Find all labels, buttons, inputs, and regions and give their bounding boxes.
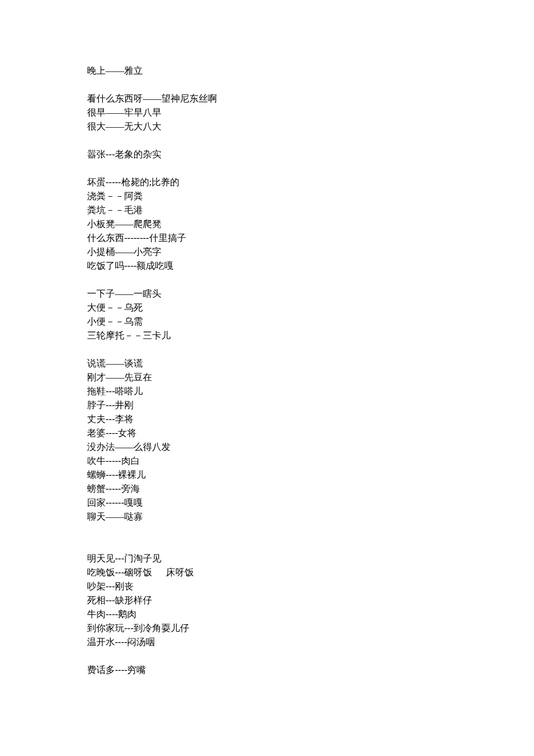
text-line: 螃蟹-----旁海	[87, 482, 447, 496]
text-line: 刚才——先豆在	[87, 370, 447, 384]
text-line: 嚣张---老象的杂实	[87, 147, 447, 161]
text-line: 小板凳——爬爬凳	[87, 217, 447, 231]
text-line: 到你家玩---到冷角耍儿仔	[87, 621, 447, 635]
text-line: 吵架---刚丧	[87, 579, 447, 593]
text-line: 说谎——谈谎	[87, 357, 447, 370]
text-line: 三轮摩托－－三卡儿	[87, 329, 447, 343]
text-line: 大便－－乌死	[87, 301, 447, 315]
blank-line	[87, 524, 447, 538]
blank-line	[87, 273, 447, 287]
text-line: 螺蛳----裸裸儿	[87, 468, 447, 482]
text-line: 死相---缺形样仔	[87, 593, 447, 607]
text-line: 一下子——一瞎头	[87, 287, 447, 301]
text-line: 明天见---门淘子见	[87, 552, 447, 566]
text-line: 老婆----女将	[87, 426, 447, 440]
blank-line	[87, 343, 447, 357]
text-line: 费话多----穷嘴	[87, 663, 447, 677]
blank-line	[87, 134, 447, 147]
text-line: 丈夫---李将	[87, 412, 447, 426]
text-line: 晚上——雅立	[87, 64, 447, 78]
text-line: 温开水----闷汤咽	[87, 635, 447, 649]
text-line: 聊天——哒寡	[87, 510, 447, 524]
text-line: 坏蛋-----枪毙的;比养的	[87, 175, 447, 189]
text-line: 小提桶——小亮字	[87, 245, 447, 259]
text-line: 粪坑－－毛港	[87, 203, 447, 217]
text-line: 吃饭了吗----额成吃嘎	[87, 259, 447, 273]
text-line: 很大——无大八大	[87, 120, 447, 134]
text-line: 很早——牢早八早	[87, 106, 447, 120]
text-line: 回家------嘎嘎	[87, 496, 447, 510]
blank-line	[87, 78, 447, 92]
text-line: 吹牛-----肉白	[87, 454, 447, 468]
text-line: 没办法——么得八发	[87, 440, 447, 454]
text-line: 吃晚饭---硇呀饭 床呀饭	[87, 566, 447, 579]
text-line: 看什么东西呀——望神尼东丝啊	[87, 92, 447, 106]
document-page: 晚上——雅立看什么东西呀——望神尼东丝啊很早——牢早八早很大——无大八大嚣张--…	[0, 0, 534, 756]
document-content: 晚上——雅立看什么东西呀——望神尼东丝啊很早——牢早八早很大——无大八大嚣张--…	[87, 64, 447, 677]
blank-line	[87, 161, 447, 175]
text-line: 牛肉----鹅肉	[87, 607, 447, 621]
blank-line	[87, 649, 447, 663]
blank-line	[87, 538, 447, 552]
text-line: 拖鞋---嗒嗒儿	[87, 384, 447, 398]
text-line: 什么东西--------什里搞子	[87, 231, 447, 245]
text-line: 脖子---井刚	[87, 398, 447, 412]
text-line: 浇粪－－阿粪	[87, 189, 447, 203]
text-line: 小便－－乌需	[87, 315, 447, 329]
